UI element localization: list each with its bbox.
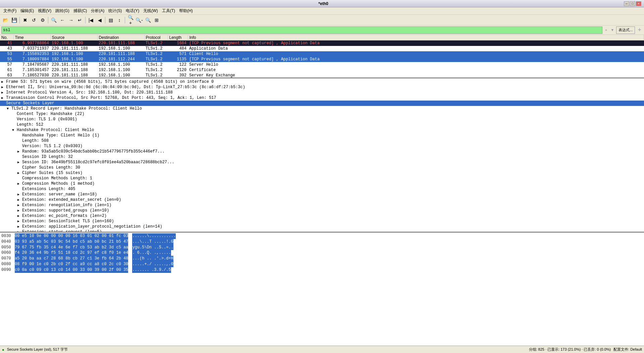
menu-item-stats[interactable]: 统计(S): [106, 7, 124, 14]
detail-line[interactable]: ▶Internet Protocol Version 4, Src: 192.1…: [0, 90, 644, 95]
close-button[interactable]: ✕: [636, 1, 641, 6]
detail-line[interactable]: ▶Extension: application_layer_protocol_n…: [0, 224, 644, 229]
detail-line[interactable]: Content Type: Handshake (22): [0, 111, 644, 117]
toolbar-first-button[interactable]: |◀: [87, 16, 95, 24]
toolbar-prev-button[interactable]: ◀: [96, 16, 104, 24]
toolbar-resize-columns-button[interactable]: ⊞: [153, 16, 161, 24]
expand-icon[interactable]: ▶: [1, 80, 5, 84]
detail-line[interactable]: ▼TLSv1.2 Record Layer: Handshake Protoco…: [0, 106, 644, 111]
expand-icon[interactable]: [17, 187, 21, 191]
menu-item-analyze[interactable]: 分析(A): [89, 7, 106, 14]
expand-icon[interactable]: [17, 139, 21, 143]
col-len-header[interactable]: Length: [168, 35, 188, 41]
filter-input[interactable]: ssl: [1, 26, 602, 34]
detail-line[interactable]: ▶Session ID: 36e49bf55118cd2c97efc8f01ee…: [0, 160, 644, 165]
col-time-header[interactable]: Time: [13, 35, 50, 41]
detail-line[interactable]: ▶Random: 93a5ab5c039c54bdc5abb0bc21b5477…: [0, 149, 644, 154]
filter-add-icon[interactable]: +: [636, 27, 643, 34]
expand-icon[interactable]: ▶: [17, 225, 21, 229]
expand-icon[interactable]: ▶: [1, 96, 5, 100]
expand-icon[interactable]: [12, 123, 16, 127]
table-row[interactable]: 416.997788864192.168.1.100220.181.111.18…: [0, 41, 644, 46]
detail-line[interactable]: ▶Transmission Control Protocol, Src Port…: [0, 95, 644, 101]
menu-item-tools[interactable]: 工具(T): [160, 7, 177, 14]
toolbar-save-button[interactable]: 💾: [10, 16, 18, 24]
col-proto-header[interactable]: Protocol: [144, 35, 168, 41]
table-row[interactable]: 537.155892353192.168.1.100220.181.111.18…: [0, 51, 644, 57]
expand-icon[interactable]: ▶: [17, 192, 21, 196]
toolbar-forward-button[interactable]: →: [67, 16, 75, 24]
menu-item-edit[interactable]: 编辑(E): [18, 7, 36, 14]
toolbar-close-button[interactable]: ✖: [21, 16, 29, 24]
expand-icon[interactable]: [17, 144, 21, 148]
expand-icon[interactable]: ▶: [1, 91, 5, 95]
menu-item-help[interactable]: 帮助(H): [177, 7, 195, 14]
expand-icon[interactable]: [12, 118, 16, 121]
toolbar-autoscroll-button[interactable]: ↕: [115, 16, 123, 24]
toolbar-zoom-reset-button[interactable]: 🔍: [144, 16, 152, 24]
expand-icon[interactable]: ▶: [17, 171, 21, 175]
table-row[interactable]: 617.185301457220.181.111.188192.168.1.10…: [0, 67, 644, 73]
detail-line[interactable]: ▶Extension: renegotiation_info (len=1): [0, 202, 644, 208]
expand-icon[interactable]: ▶: [1, 85, 5, 89]
expand-icon[interactable]: ▶: [17, 230, 21, 233]
expand-icon[interactable]: ▶: [17, 160, 21, 164]
expand-icon[interactable]: ▶: [17, 182, 21, 186]
detail-line[interactable]: Extensions Length: 405: [0, 186, 644, 192]
toolbar-colorize-button[interactable]: ▤: [107, 16, 115, 24]
expand-icon[interactable]: [1, 102, 5, 105]
detail-line[interactable]: ▶Cipher Suites (15 suites): [0, 170, 644, 176]
detail-line[interactable]: Cipher Suites Length: 30: [0, 165, 644, 170]
toolbar-reload-button[interactable]: ↺: [30, 16, 38, 24]
expand-icon[interactable]: ▶: [17, 209, 21, 213]
col-dst-header[interactable]: Destination: [97, 35, 144, 41]
filter-dropdown-icon[interactable]: ▼: [610, 28, 615, 32]
col-info-header[interactable]: Info: [188, 35, 644, 41]
toolbar-goto-button[interactable]: ↵: [76, 16, 84, 24]
detail-line[interactable]: ▶Extension: status_request (len=5): [0, 229, 644, 233]
detail-line[interactable]: Compression Methods Length: 1: [0, 176, 644, 181]
expand-icon[interactable]: ▼: [12, 128, 16, 132]
toolbar-back-button[interactable]: ←: [58, 16, 66, 24]
detail-line[interactable]: Length: 508: [0, 138, 644, 143]
toolbar-zoom-out-button[interactable]: 🔍-: [135, 16, 143, 24]
expand-icon[interactable]: ▶: [17, 150, 21, 154]
detail-line[interactable]: Version: TLS 1.0 (0x0301): [0, 117, 644, 122]
detail-line[interactable]: Length: 512: [0, 122, 644, 127]
col-src-header[interactable]: Source: [50, 35, 97, 41]
detail-line[interactable]: ▶Extension: supported_groups (len=10): [0, 208, 644, 213]
toolbar-open-button[interactable]: 📂: [1, 16, 9, 24]
expand-icon[interactable]: [17, 134, 21, 137]
toolbar-capture-options-button[interactable]: ⚙: [39, 16, 47, 24]
table-row[interactable]: 577.184785687220.181.111.188192.168.1.10…: [0, 62, 644, 67]
maximize-button[interactable]: □: [630, 1, 635, 6]
minimize-button[interactable]: ─: [624, 1, 629, 6]
expand-icon[interactable]: [17, 166, 21, 170]
detail-line[interactable]: Session ID Length: 32: [0, 154, 644, 160]
expand-icon[interactable]: ▼: [7, 107, 11, 111]
detail-line[interactable]: ▶Extension: ec_point_formats (len=2): [0, 213, 644, 219]
expand-icon[interactable]: [17, 155, 21, 159]
expand-icon[interactable]: ▶: [17, 203, 21, 207]
expression-button[interactable]: 表达式...: [616, 26, 635, 34]
table-row[interactable]: 437.033711937220.181.111.188192.168.1.10…: [0, 46, 644, 51]
detail-line[interactable]: Secure Sockets Layer: [0, 101, 644, 106]
menu-item-wireless[interactable]: 无线(W): [141, 7, 160, 14]
table-row[interactable]: 637.186527030220.181.111.188192.168.1.10…: [0, 73, 644, 78]
table-row[interactable]: 557.180097884192.168.1.100220.181.112.24…: [0, 57, 644, 62]
detail-line[interactable]: ▶Compression Methods (1 method): [0, 181, 644, 186]
detail-line[interactable]: Version: TLS 1.2 (0x0303): [0, 143, 644, 149]
menu-item-goto[interactable]: 跳转(G): [53, 7, 71, 14]
detail-line[interactable]: ▶Ethernet II, Src: Universa_09:bc:9d (6c…: [0, 84, 644, 90]
toolbar-find-button[interactable]: 🔍: [50, 16, 58, 24]
detail-line[interactable]: Handshake Type: Client Hello (1): [0, 133, 644, 138]
expand-icon[interactable]: ▶: [17, 198, 21, 202]
detail-line[interactable]: ▶Extension: extended_master_secret (len=…: [0, 197, 644, 202]
expand-icon[interactable]: ▶: [17, 219, 21, 223]
detail-line[interactable]: ▼Handshake Protocol: Client Hello: [0, 127, 644, 133]
expand-icon[interactable]: [17, 177, 21, 180]
detail-line[interactable]: ▶Extension: SessionTicket TLS (len=160): [0, 219, 644, 224]
detail-line[interactable]: ▶Extension: server_name (len=18): [0, 192, 644, 197]
menu-item-view[interactable]: 视图(V): [36, 7, 53, 14]
detail-line[interactable]: ▶Frame 53: 571 bytes on wire (4568 bits)…: [0, 79, 644, 84]
